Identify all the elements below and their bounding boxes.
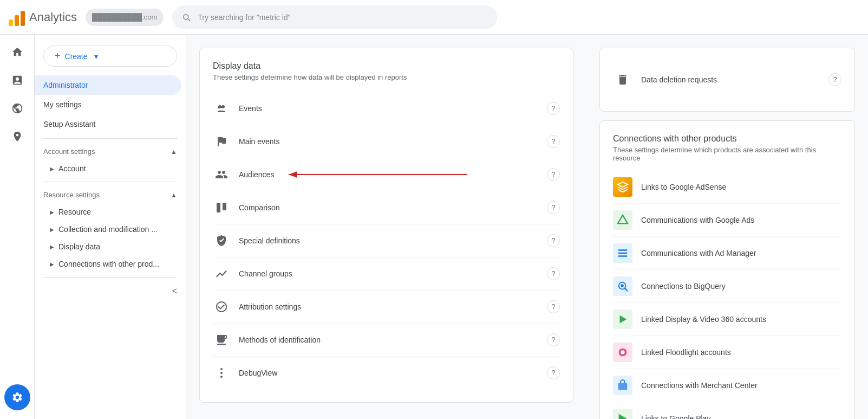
sidebar-item-display-data[interactable]: ▶ Display data [35, 238, 186, 255]
create-label: Create [65, 52, 88, 61]
connection-floodlight[interactable]: Linked Floodlight accounts [613, 336, 841, 369]
account-settings-header[interactable]: Account settings ▲ [35, 143, 186, 160]
channel-groups-help-icon[interactable]: ? [547, 267, 560, 280]
ad-manager-label: Communications with Ad Manager [641, 249, 756, 257]
special-definitions-row[interactable]: Special definitions ? [213, 224, 560, 257]
connection-bigquery[interactable]: Connections to BigQuery [613, 270, 841, 303]
sidebar-item-administrator[interactable]: Administrator [35, 75, 181, 95]
debugview-label: DebugView [239, 369, 277, 377]
create-button[interactable]: + Create ▾ [43, 46, 177, 67]
attribution-settings-icon [213, 298, 230, 315]
attribution-settings-row[interactable]: Attribution settings ? [213, 291, 560, 324]
google-play-logo [613, 409, 632, 419]
resource-settings-chevron: ▲ [171, 191, 177, 199]
special-definitions-help-icon[interactable]: ? [547, 234, 560, 247]
audiences-row[interactable]: Audiences ? [213, 158, 560, 191]
sidebar-divider-2 [43, 182, 177, 182]
account-label: Account [58, 164, 86, 173]
connection-ad-manager[interactable]: Communications with Ad Manager [613, 237, 841, 270]
reports-icon[interactable] [4, 67, 30, 93]
setup-assistant-label: Setup Assistant [43, 120, 96, 128]
audiences-icon [213, 166, 230, 183]
comparison-icon [213, 199, 230, 216]
icon-rail [0, 35, 35, 419]
svg-rect-3 [217, 203, 220, 212]
connections-title: Connections with other products [613, 134, 841, 144]
audiences-help-icon[interactable]: ? [547, 168, 560, 181]
ad-manager-logo [613, 243, 632, 263]
events-label: Events [239, 104, 262, 113]
content-area: Display data These settings determine ho… [186, 35, 868, 419]
logo-icon [9, 9, 25, 26]
data-deletion-label: Data deletion requests [641, 75, 717, 84]
explore-icon[interactable] [4, 95, 30, 121]
red-arrow-annotation [283, 166, 473, 183]
channel-groups-row[interactable]: Channel groups ? [213, 257, 560, 291]
administrator-label: Administrator [43, 81, 88, 89]
svg-point-0 [221, 105, 225, 108]
settings-bottom-icon[interactable] [4, 384, 30, 410]
home-icon[interactable] [4, 39, 30, 65]
sidebar-item-my-settings[interactable]: My settings [35, 95, 181, 114]
debugview-help-icon[interactable]: ? [547, 366, 560, 379]
account-selector[interactable]: ██████████.com [86, 9, 164, 26]
connections-label: Connections with other prod... [58, 260, 159, 268]
display-data-subtitle: These settings determine how data will b… [213, 73, 560, 81]
sidebar-divider-1 [43, 138, 177, 139]
search-bar[interactable]: Try searching for "metric id" [172, 5, 497, 29]
events-icon [213, 100, 230, 117]
data-deletion-help-icon[interactable]: ? [828, 73, 841, 86]
main-events-row[interactable]: Main events ? [213, 125, 560, 158]
middle-panel: Display data These settings determine ho… [186, 35, 586, 419]
sidebar-item-collection[interactable]: ▶ Collection and modification ... [35, 221, 186, 238]
google-ads-logo [613, 210, 632, 230]
sub-arrow-icon: ▶ [50, 166, 54, 172]
resource-settings-header[interactable]: Resource settings ▲ [35, 186, 186, 203]
events-row[interactable]: Events ? [213, 92, 560, 125]
search-icon [181, 12, 191, 22]
svg-point-7 [220, 368, 223, 370]
connection-google-ads[interactable]: Communications with Google Ads [613, 204, 841, 237]
connections-subtitle: These settings determine which products … [613, 146, 841, 162]
connection-google-play[interactable]: Links to Google Play [613, 402, 841, 419]
floodlight-logo [613, 343, 632, 362]
resource-label: Resource [58, 208, 91, 216]
merchant-center-logo [613, 376, 632, 395]
plus-icon: + [55, 50, 61, 62]
google-ads-label: Communications with Google Ads [641, 216, 754, 224]
svg-point-6 [220, 376, 223, 378]
collapse-button[interactable]: < [172, 286, 177, 296]
comparison-help-icon[interactable]: ? [547, 201, 560, 214]
app-name: Analytics [29, 10, 77, 24]
connections-card: Connections with other products These se… [599, 120, 855, 419]
sidebar-item-setup-assistant[interactable]: Setup Assistant [35, 114, 181, 134]
sidebar-item-connections[interactable]: ▶ Connections with other prod... [35, 255, 186, 273]
merchant-center-label: Connections with Merchant Center [641, 381, 758, 390]
main-events-help-icon[interactable]: ? [547, 135, 560, 148]
connection-adsense[interactable]: Links to Google AdSense [613, 171, 841, 204]
sidebar-item-account[interactable]: ▶ Account [35, 160, 186, 177]
methods-row[interactable]: Methods of identification ? [213, 324, 560, 357]
sidebar-item-resource[interactable]: ▶ Resource [35, 203, 186, 221]
resource-settings-title: Resource settings [43, 191, 100, 199]
attribution-help-icon[interactable]: ? [547, 300, 560, 313]
advertising-icon[interactable] [4, 124, 30, 150]
methods-help-icon[interactable]: ? [547, 333, 560, 346]
svg-point-13 [621, 350, 624, 354]
svg-marker-8 [618, 215, 628, 224]
sub-arrow-icon: ▶ [50, 227, 54, 233]
audiences-label: Audiences [239, 170, 274, 179]
events-help-icon[interactable]: ? [547, 102, 560, 115]
debugview-row[interactable]: DebugView ? [213, 357, 560, 389]
search-placeholder: Try searching for "metric id" [198, 13, 290, 22]
bigquery-logo [613, 276, 632, 296]
right-panel: Data deletion requests ? Connections wit… [586, 35, 868, 419]
connection-display-video[interactable]: Linked Display & Video 360 accounts [613, 303, 841, 336]
special-definitions-icon [213, 232, 230, 249]
collection-label: Collection and modification ... [58, 225, 158, 234]
connection-merchant-center[interactable]: Connections with Merchant Center [613, 369, 841, 402]
floodlight-label: Linked Floodlight accounts [641, 348, 731, 357]
display-video-logo [613, 310, 632, 329]
comparison-row[interactable]: Comparison ? [213, 191, 560, 224]
svg-rect-14 [618, 383, 628, 390]
